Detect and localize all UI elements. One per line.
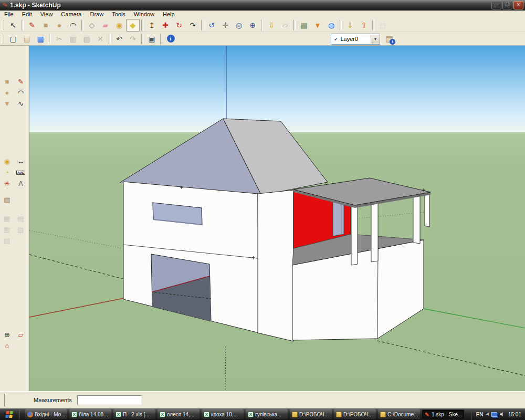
terrace-post[interactable] (425, 192, 429, 227)
taskbar-button-excel[interactable]: X кроха 10,... (202, 410, 244, 419)
close-button[interactable]: ✕ (513, 1, 523, 9)
zoom-extents-button[interactable]: ⊕ (246, 19, 259, 32)
folder-icon (336, 412, 342, 417)
get-models-button[interactable]: ⇓ (343, 19, 357, 32)
tape-measure-button[interactable]: ◉ (1, 156, 14, 167)
component-button[interactable]: ▧ (1, 194, 14, 205)
component-box-button[interactable]: ◻ (376, 19, 390, 32)
arc-icon: ◠ (18, 89, 24, 96)
arc-button[interactable]: ◠ (66, 19, 80, 32)
line-button[interactable]: ✎ (14, 76, 28, 87)
layer-combobox[interactable]: ✓ Layer0 ▼ (331, 34, 380, 45)
dimension-button[interactable]: ↔ (14, 156, 28, 167)
solid-union-button[interactable]: ▥ (1, 224, 14, 235)
push-pull-button[interactable]: ↥ (145, 19, 159, 32)
taskbar-button-firefox[interactable]: Вхідні - Mo... (25, 410, 67, 419)
line-button[interactable]: ✎ (25, 19, 39, 32)
maximize-button[interactable]: ❐ (502, 1, 512, 9)
nav-compass-button[interactable]: ⊕ (1, 329, 14, 340)
open-button[interactable]: ▤ (20, 33, 34, 45)
protractor-button[interactable]: ◔ (1, 167, 14, 178)
new-button[interactable]: ▢ (6, 33, 20, 45)
measurements-input[interactable] (77, 395, 142, 405)
follow-me-button[interactable]: ↷ (186, 19, 200, 32)
export-model-button[interactable]: ▱ (278, 19, 292, 32)
folder-icon (380, 412, 386, 417)
taskbar-button-folder[interactable]: C:\Docume... (378, 410, 420, 419)
layer-manager-button[interactable]: ▤ i (383, 33, 396, 45)
rectangle-button[interactable]: ■ (1, 76, 14, 87)
cut-button[interactable]: ✂ (52, 33, 66, 45)
solid-intersect-button[interactable]: ▤ (14, 213, 28, 224)
rotate-button[interactable]: ↻ (172, 19, 186, 32)
save-button[interactable]: ▦ (34, 33, 47, 45)
solid-trim-button[interactable]: ▧ (1, 235, 14, 246)
text-3d-button[interactable]: A (14, 178, 28, 189)
terrace-post[interactable] (351, 204, 358, 265)
redo-button[interactable]: ↷ (126, 33, 140, 45)
taskbar-button-excel[interactable]: X гулівська... (246, 410, 288, 419)
side-wall[interactable] (258, 190, 293, 341)
layer-dropdown-arrow-icon[interactable]: ▼ (371, 35, 380, 44)
volume-icon[interactable] (500, 412, 505, 417)
import-model-button[interactable]: ⇩ (265, 19, 278, 32)
erase-button[interactable]: ✕ (93, 33, 107, 45)
zoom-button[interactable]: ◎ (232, 19, 246, 32)
taskbar-button-excel[interactable]: X П - 2.xls [... (113, 410, 155, 419)
copy-button[interactable]: ▥ (66, 33, 80, 45)
language-indicator[interactable]: EN (476, 412, 484, 417)
menu-item-window[interactable]: Window (130, 10, 159, 18)
axes-button[interactable]: ✳ (1, 178, 14, 189)
move-button[interactable]: ✚ (159, 19, 172, 32)
paint-bucket-button[interactable]: ◆ (126, 19, 140, 32)
share-models-button[interactable]: ⇧ (357, 19, 371, 32)
toggle-terrain-button[interactable]: ▼ (311, 19, 324, 32)
tray-expand-arrow-icon[interactable]: ◀ (486, 412, 489, 416)
eraser-button[interactable]: ▰ (99, 19, 112, 32)
make-component-button[interactable]: ◇ (85, 19, 99, 32)
start-button[interactable] (1, 410, 17, 419)
arc-button[interactable]: ◠ (14, 87, 28, 98)
model-viewport[interactable] (29, 46, 525, 391)
print-button[interactable]: ▣ (145, 33, 159, 45)
menu-item-draw[interactable]: Draw (86, 10, 108, 18)
rectangle-button[interactable]: ■ (39, 19, 52, 32)
section-plane-button[interactable]: ▱ (14, 329, 28, 340)
taskbar-button-sketchup[interactable]: ✎ 1.skp - Ske... (422, 410, 464, 419)
taskbar-button-excel[interactable]: X біла 14,08... (69, 410, 111, 419)
solid-subtract-button[interactable]: ▨ (14, 224, 28, 235)
model-info-button[interactable]: i (164, 33, 177, 45)
toolbar-grip[interactable] (2, 34, 4, 44)
pan-icon: ✛ (222, 22, 228, 29)
text-button[interactable]: ABC (14, 167, 28, 178)
menu-item-tools[interactable]: Tools (108, 10, 130, 18)
solid-outer-shell-button[interactable]: ▦ (1, 213, 14, 224)
polygon-button[interactable]: ▼ (1, 98, 14, 109)
taskbar-button-folder[interactable]: D:\РОБОЧ... (334, 410, 376, 419)
tape-measure-button[interactable]: ◉ (112, 19, 126, 32)
menu-item-view[interactable]: View (36, 10, 57, 18)
toolbar-grip[interactable] (2, 20, 4, 30)
freehand-button[interactable]: ∿ (14, 98, 28, 109)
terrace-post[interactable] (413, 193, 420, 244)
menu-item-edit[interactable]: Edit (18, 10, 36, 18)
select-button[interactable]: ↖ (6, 19, 20, 32)
pan-button[interactable]: ✛ (218, 19, 232, 32)
google-earth-button[interactable]: ◍ (324, 19, 338, 32)
terrace-post[interactable] (371, 195, 378, 262)
taskbar-button-folder[interactable]: D:\РОБОЧ... (290, 410, 332, 419)
section-cut-button[interactable]: ⌂ (1, 340, 14, 351)
circle-button[interactable]: ● (52, 19, 66, 32)
taskbar-button-excel[interactable]: X олеся 14,... (158, 410, 200, 419)
get-current-view-button[interactable]: ▤ (297, 19, 311, 32)
orbit-button[interactable]: ↺ (205, 19, 218, 32)
minimize-button[interactable]: — (491, 1, 501, 9)
network-icon[interactable] (491, 412, 497, 417)
menu-item-help[interactable]: Help (159, 10, 179, 18)
circle-button[interactable]: ● (1, 87, 14, 98)
model-canvas[interactable] (29, 46, 525, 391)
undo-button[interactable]: ↶ (112, 33, 126, 45)
menu-item-camera[interactable]: Camera (57, 10, 86, 18)
paste-button[interactable]: ▨ (80, 33, 93, 45)
menu-item-file[interactable]: File (0, 10, 18, 18)
